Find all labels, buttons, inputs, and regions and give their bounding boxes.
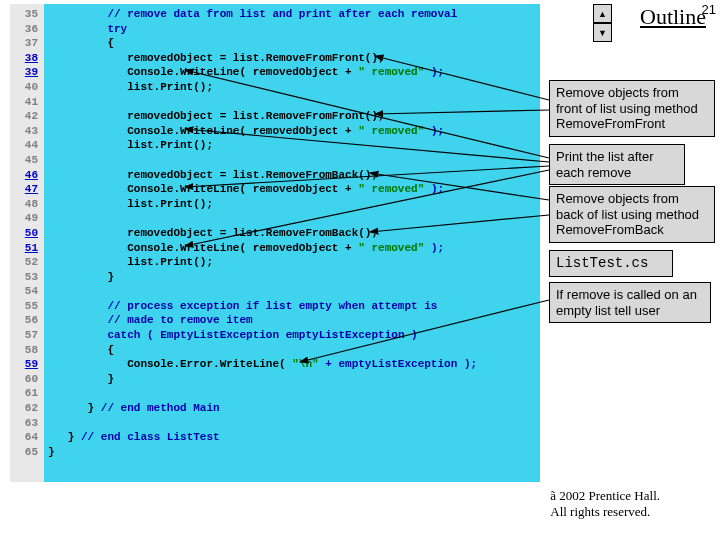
code-line: } // end class ListTest [48, 430, 540, 445]
code-line: Console.Error.WriteLine( "\n" + emptyLis… [48, 357, 540, 372]
line-number: 37 [10, 36, 44, 51]
line-number: 41 [10, 95, 44, 110]
code-line [48, 284, 540, 299]
line-number: 52 [10, 255, 44, 270]
line-number: 54 [10, 284, 44, 299]
code-line [48, 386, 540, 401]
code-line: removedObject = list.RemoveFromFront(); [48, 109, 540, 124]
line-number: 39 [10, 65, 44, 80]
line-number: 36 [10, 22, 44, 37]
line-number: 50 [10, 226, 44, 241]
note-filename: ListTest.cs [549, 250, 673, 277]
code-line [48, 95, 540, 110]
line-number: 61 [10, 386, 44, 401]
line-number: 42 [10, 109, 44, 124]
code-line: list.Print(); [48, 197, 540, 212]
line-number: 53 [10, 270, 44, 285]
source-code: // remove data from list and print after… [44, 4, 540, 482]
code-line: } [48, 372, 540, 387]
line-number: 45 [10, 153, 44, 168]
line-number: 47 [10, 182, 44, 197]
line-number: 40 [10, 80, 44, 95]
line-number: 48 [10, 197, 44, 212]
copyright-footer: ã 2002 Prentice Hall. All rights reserve… [550, 488, 660, 520]
scrollbar: ▲ ▼ [593, 4, 610, 42]
line-number: 55 [10, 299, 44, 314]
line-number-gutter: 3536373839404142434445464748495051525354… [10, 4, 44, 482]
code-line: Console.WriteLine( removedObject + " rem… [48, 182, 540, 197]
line-number: 43 [10, 124, 44, 139]
note-empty-catch: If remove is called on an empty list tel… [549, 282, 711, 323]
outline-heading: Outline [640, 6, 706, 28]
code-line: catch ( EmptyListException emptyListExce… [48, 328, 540, 343]
code-line: Console.WriteLine( removedObject + " rem… [48, 241, 540, 256]
code-line: removedObject = list.RemoveFromBack(); [48, 226, 540, 241]
scroll-up-button[interactable]: ▲ [593, 4, 612, 23]
line-number: 64 [10, 430, 44, 445]
line-number: 44 [10, 138, 44, 153]
code-line: // remove data from list and print after… [48, 7, 540, 22]
code-line: list.Print(); [48, 255, 540, 270]
code-line: } [48, 270, 540, 285]
line-number: 65 [10, 445, 44, 460]
code-line: try [48, 22, 540, 37]
code-line: } [48, 445, 540, 460]
line-number: 49 [10, 211, 44, 226]
code-line [48, 211, 540, 226]
line-number: 46 [10, 168, 44, 183]
footer-line-1: ã 2002 Prentice Hall. [550, 488, 660, 504]
line-number: 63 [10, 416, 44, 431]
code-line: { [48, 36, 540, 51]
code-line [48, 416, 540, 431]
code-block: 3536373839404142434445464748495051525354… [10, 4, 540, 482]
line-number: 56 [10, 313, 44, 328]
code-line: // process exception if list empty when … [48, 299, 540, 314]
code-line: removedObject = list.RemoveFromBack(); [48, 168, 540, 183]
line-number: 58 [10, 343, 44, 358]
code-line: } // end method Main [48, 401, 540, 416]
line-number: 59 [10, 357, 44, 372]
note-remove-front: Remove objects from front of list using … [549, 80, 715, 137]
line-number: 57 [10, 328, 44, 343]
note-remove-back: Remove objects from back of list using m… [549, 186, 715, 243]
note-print-after: Print the list after each remove [549, 144, 685, 185]
line-number: 60 [10, 372, 44, 387]
code-line: removedObject = list.RemoveFromFront(); [48, 51, 540, 66]
line-number: 62 [10, 401, 44, 416]
line-number: 38 [10, 51, 44, 66]
line-number: 35 [10, 7, 44, 22]
code-line: Console.WriteLine( removedObject + " rem… [48, 124, 540, 139]
scroll-down-button[interactable]: ▼ [593, 23, 612, 42]
footer-line-2: All rights reserved. [550, 504, 660, 520]
code-line [48, 153, 540, 168]
line-number: 51 [10, 241, 44, 256]
code-line: list.Print(); [48, 80, 540, 95]
code-line: list.Print(); [48, 138, 540, 153]
code-line: Console.WriteLine( removedObject + " rem… [48, 65, 540, 80]
code-line: { [48, 343, 540, 358]
code-line: // made to remove item [48, 313, 540, 328]
